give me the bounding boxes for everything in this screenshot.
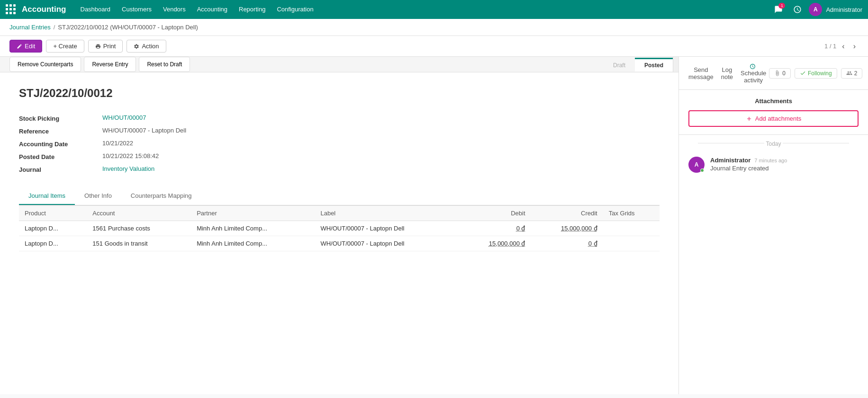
tab-other-info[interactable]: Other Info — [75, 187, 121, 205]
cell-label: WH/OUT/00007 - Laptopn Dell — [315, 221, 459, 236]
document-tabs: Journal Items Other Info Counterparts Ma… — [19, 187, 660, 205]
stock-picking-value[interactable]: WH/OUT/00007 — [102, 114, 256, 122]
pagination: 1 / 1 — [824, 43, 836, 50]
posted-date-label: Posted Date — [19, 152, 95, 160]
message-time: 7 minutes ago — [754, 158, 787, 163]
col-partner: Partner — [191, 206, 315, 221]
cell-product: Laptopn D... — [19, 221, 87, 236]
journal-table: Product Account Partner Label Debit Cred… — [19, 205, 660, 251]
reference-label: Reference — [19, 127, 95, 135]
col-tax-grids: Tax Grids — [603, 206, 660, 221]
topnav: Accounting Dashboard Customers Vendors A… — [0, 0, 868, 19]
cell-label: WH/OUT/00007 - Laptopn Dell — [315, 236, 459, 251]
status-pipeline: Draft Posted — [604, 58, 673, 71]
document-fields: Stock Picking WH/OUT/00007 Reference WH/… — [19, 114, 256, 173]
action-button[interactable]: Action — [127, 40, 166, 53]
table-row[interactable]: Laptopn D... 1561 Purchase costs Minh An… — [19, 221, 660, 236]
online-indicator — [700, 168, 704, 172]
breadcrumb-separator: / — [54, 24, 55, 31]
messages-badge: 1 — [778, 3, 785, 9]
message-author: Administrator — [710, 157, 750, 164]
print-button[interactable]: Print — [88, 40, 123, 53]
user-avatar[interactable]: A — [809, 3, 822, 16]
log-note-button[interactable]: Log note — [721, 64, 733, 82]
nav-accounting[interactable]: Accounting — [192, 0, 232, 19]
breadcrumb: Journal Entries / STJ/2022/10/0012 (WH/O… — [0, 19, 868, 36]
breadcrumb-current: STJ/2022/10/0012 (WH/OUT/00007 - Laptopn… — [58, 24, 198, 31]
col-credit: Credit — [531, 206, 603, 221]
tab-journal-items[interactable]: Journal Items — [19, 187, 75, 205]
following-button[interactable]: Following — [795, 68, 837, 79]
send-message-button[interactable]: Send message — [688, 64, 714, 82]
chatter-actions: Send message Log note Schedule activity … — [679, 57, 868, 90]
left-panel: Remove Counterparts Reverse Entry Reset … — [0, 57, 678, 394]
clock-icon[interactable] — [790, 2, 805, 17]
col-product: Product — [19, 206, 87, 221]
status-draft: Draft — [604, 58, 635, 71]
toolbar: Edit + Create Print Action 1 / 1 ‹ › — [0, 36, 868, 57]
accounting-date-label: Accounting Date — [19, 140, 95, 148]
accounting-date-value: 10/21/2022 — [102, 140, 256, 148]
prev-record-button[interactable]: ‹ — [839, 41, 847, 52]
reset-to-draft-button[interactable]: Reset to Draft — [139, 57, 190, 72]
username: Administrator — [826, 6, 862, 13]
posted-date-value: 10/21/2022 15:08:42 — [102, 152, 256, 160]
cell-tax-grids — [603, 221, 660, 236]
edit-button[interactable]: Edit — [9, 40, 42, 53]
tab-counterparts-mapping[interactable]: Counterparts Mapping — [121, 187, 201, 205]
nav-dashboard[interactable]: Dashboard — [76, 0, 116, 19]
reference-value: WH/OUT/00007 - Laptopn Dell — [102, 127, 256, 135]
attachments-count-button[interactable]: 0 — [769, 68, 791, 79]
status-actions: Remove Counterparts Reverse Entry Reset … — [9, 57, 604, 72]
journal-value[interactable]: Inventory Valuation — [102, 165, 256, 173]
message-avatar: A — [688, 157, 705, 173]
nav-vendors[interactable]: Vendors — [158, 0, 190, 19]
status-bar: Remove Counterparts Reverse Entry Reset … — [0, 57, 678, 72]
cell-account: 151 Goods in transit — [87, 236, 191, 251]
message-text: Journal Entry created — [710, 165, 859, 172]
document-title: STJ/2022/10/0012 — [19, 87, 660, 100]
cell-debit: 15,000,000 ₫ — [459, 236, 531, 251]
cell-partner: Minh Anh Limited Comp... — [191, 221, 315, 236]
journal-label: Journal — [19, 165, 95, 173]
cell-partner: Minh Anh Limited Comp... — [191, 236, 315, 251]
cell-account: 1561 Purchase costs — [87, 221, 191, 236]
followers-count-button[interactable]: 2 — [841, 68, 863, 79]
attachments-section: Attachments Add attachments — [679, 90, 868, 135]
reverse-entry-button[interactable]: Reverse Entry — [84, 57, 136, 72]
schedule-activity-button[interactable]: Schedule activity — [741, 61, 766, 86]
cell-debit: 0 ₫ — [459, 221, 531, 236]
stock-picking-label: Stock Picking — [19, 114, 95, 122]
today-divider: Today — [679, 135, 868, 151]
message-header: Administrator 7 minutes ago — [710, 157, 859, 164]
app-name: Accounting — [22, 5, 66, 14]
cell-product: Laptopn D... — [19, 236, 87, 251]
remove-counterparts-button[interactable]: Remove Counterparts — [9, 57, 81, 72]
cell-credit: 15,000,000 ₫ — [531, 221, 603, 236]
message-content: Administrator 7 minutes ago Journal Entr… — [710, 157, 859, 173]
cell-credit: 0 ₫ — [531, 236, 603, 251]
main-layout: Remove Counterparts Reverse Entry Reset … — [0, 57, 868, 394]
create-button[interactable]: + Create — [46, 40, 84, 53]
nav-configuration[interactable]: Configuration — [272, 0, 318, 19]
table-row[interactable]: Laptopn D... 151 Goods in transit Minh A… — [19, 236, 660, 251]
document: STJ/2022/10/0012 Stock Picking WH/OUT/00… — [0, 72, 678, 261]
messages-icon[interactable]: 1 — [771, 2, 786, 17]
next-record-button[interactable]: › — [850, 41, 859, 52]
col-account: Account — [87, 206, 191, 221]
col-label: Label — [315, 206, 459, 221]
cell-tax-grids — [603, 236, 660, 251]
nav-reporting[interactable]: Reporting — [234, 0, 270, 19]
add-attachments-button[interactable]: Add attachments — [688, 110, 859, 127]
status-posted: Posted — [635, 58, 673, 71]
right-panel: Send message Log note Schedule activity … — [678, 57, 868, 394]
attachments-title: Attachments — [688, 97, 859, 105]
nav-customers[interactable]: Customers — [117, 0, 156, 19]
message-item: A Administrator 7 minutes ago Journal En… — [679, 151, 868, 178]
scrollbar[interactable] — [673, 57, 678, 72]
apps-menu-icon[interactable] — [6, 4, 16, 15]
col-debit: Debit — [459, 206, 531, 221]
breadcrumb-parent[interactable]: Journal Entries — [9, 24, 51, 31]
